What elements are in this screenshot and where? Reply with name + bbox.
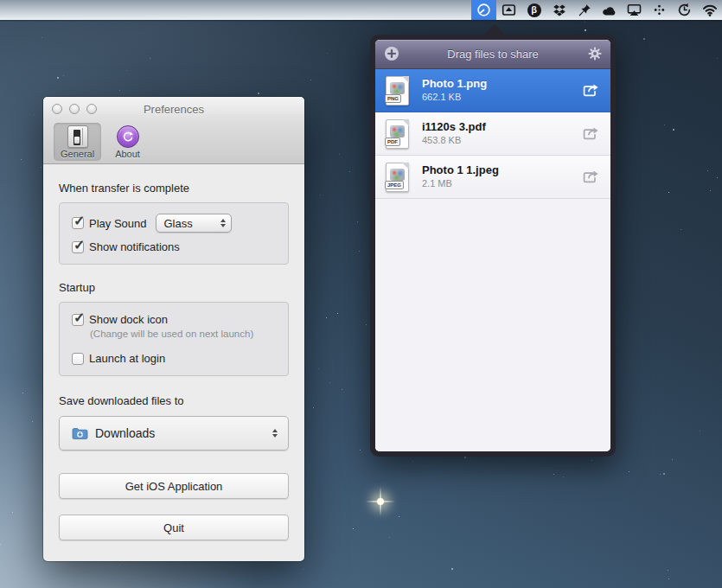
popover-title: Drag files to share bbox=[447, 48, 539, 61]
play-sound-label: Play Sound bbox=[89, 217, 147, 230]
file-list: PNG Photo 1.png 662.1 KB bbox=[375, 69, 610, 451]
status-icon-beta[interactable]: β bbox=[521, 0, 546, 20]
sound-select-value: Glass bbox=[164, 217, 220, 230]
group-startup: Show dock icon (Change will be used on n… bbox=[59, 302, 289, 376]
prefs-content: When transfer is complete Play Sound Gla… bbox=[43, 164, 304, 540]
popover-header: Drag files to share bbox=[375, 40, 610, 69]
dropbox-icon bbox=[553, 3, 566, 17]
about-icon bbox=[117, 125, 139, 148]
minimize-button[interactable] bbox=[69, 104, 80, 114]
status-icon-pushpin[interactable] bbox=[572, 0, 597, 20]
section-heading-transfer: When transfer is complete bbox=[59, 182, 289, 195]
get-ios-button[interactable]: Get iOS Application bbox=[59, 473, 289, 499]
zoom-button[interactable] bbox=[86, 104, 97, 114]
dock-note: (Change will be used on next launch) bbox=[90, 329, 276, 339]
menu-bar: β bbox=[0, 0, 722, 20]
play-sound-checkbox[interactable] bbox=[72, 217, 84, 229]
add-files-button[interactable] bbox=[384, 47, 399, 62]
gear-icon bbox=[588, 47, 602, 63]
pushpin-icon bbox=[578, 3, 591, 17]
stepper-icon bbox=[272, 429, 278, 438]
titlebar[interactable]: Preferences bbox=[43, 97, 304, 121]
file-badge: JPEG bbox=[385, 181, 404, 189]
file-name: i1120s 3.pdf bbox=[422, 120, 581, 134]
file-size: 2.1 MB bbox=[422, 177, 581, 189]
status-icon-dropbox[interactable] bbox=[546, 0, 572, 20]
status-icon-tray: β bbox=[471, 0, 722, 20]
preferences-window: Preferences General About When transfer … bbox=[43, 97, 304, 561]
launch-at-login-checkbox[interactable] bbox=[72, 353, 84, 365]
status-icon-cloud[interactable] bbox=[597, 0, 622, 20]
file-badge: PDF bbox=[385, 137, 400, 146]
status-icon-app-clock[interactable] bbox=[471, 0, 496, 20]
settings-gear-button[interactable] bbox=[587, 47, 603, 62]
wifi-icon bbox=[702, 3, 718, 17]
share-button[interactable] bbox=[581, 82, 600, 99]
file-name: Photo 1.png bbox=[422, 77, 581, 91]
airplay-icon bbox=[627, 3, 642, 17]
desktop: β bbox=[0, 0, 722, 588]
file-row[interactable]: PDF i1120s 3.pdf 453.8 KB bbox=[375, 112, 610, 156]
window-title: Preferences bbox=[144, 103, 204, 116]
downloads-label: Downloads bbox=[95, 426, 272, 440]
status-icon-wifi[interactable] bbox=[697, 0, 722, 20]
cloud-icon bbox=[602, 3, 617, 17]
status-icon-airplay[interactable] bbox=[622, 0, 647, 20]
bright-star bbox=[377, 498, 384, 505]
stepper-icon bbox=[220, 219, 226, 227]
share-icon bbox=[582, 87, 600, 100]
group-transfer: Play Sound Glass Show notifications bbox=[59, 202, 289, 265]
time-machine-icon bbox=[677, 3, 692, 17]
share-icon bbox=[582, 174, 600, 187]
file-row[interactable]: JPEG Photo 1 1.jpeg 2.1 MB bbox=[375, 156, 610, 199]
plus-icon bbox=[384, 46, 399, 64]
file-row[interactable]: PNG Photo 1.png 662.1 KB bbox=[375, 69, 610, 112]
file-type-icon: PNG bbox=[384, 74, 412, 107]
share-button[interactable] bbox=[581, 125, 600, 143]
share-button[interactable] bbox=[581, 169, 600, 186]
popover-arrow bbox=[483, 24, 506, 35]
status-icon-dots[interactable] bbox=[647, 0, 672, 20]
file-size: 453.8 KB bbox=[422, 134, 581, 146]
file-type-icon: JPEG bbox=[384, 161, 412, 194]
section-heading-save: Save downloaded files to bbox=[59, 394, 289, 407]
file-list-empty-area bbox=[375, 199, 610, 451]
file-type-icon: PDF bbox=[384, 118, 412, 150]
dots-icon bbox=[653, 3, 666, 16]
toolbar: General About bbox=[43, 121, 304, 164]
beta-icon: β bbox=[527, 3, 541, 17]
tab-general[interactable]: General bbox=[54, 123, 101, 161]
show-notifications-checkbox[interactable] bbox=[72, 241, 84, 253]
status-icon-time-machine[interactable] bbox=[672, 0, 697, 20]
file-badge: PNG bbox=[385, 94, 401, 103]
show-dock-icon-label: Show dock icon bbox=[89, 313, 168, 326]
downloads-select[interactable]: Downloads bbox=[59, 416, 289, 451]
share-icon bbox=[582, 131, 600, 144]
sound-select[interactable]: Glass bbox=[156, 214, 232, 233]
show-notifications-label: Show notifications bbox=[89, 240, 180, 253]
close-button[interactable] bbox=[52, 104, 62, 114]
tab-about[interactable]: About bbox=[108, 123, 147, 161]
status-icon-eject-box[interactable] bbox=[496, 0, 521, 20]
app-clock-icon bbox=[476, 3, 491, 17]
file-size: 662.1 KB bbox=[422, 91, 581, 103]
general-icon bbox=[67, 125, 88, 148]
share-popover: Drag files to share PNG bbox=[370, 35, 616, 457]
eject-box-icon bbox=[502, 3, 516, 17]
show-dock-icon-checkbox[interactable] bbox=[72, 314, 84, 326]
file-name: Photo 1 1.jpeg bbox=[422, 163, 581, 177]
launch-at-login-label: Launch at login bbox=[89, 352, 165, 365]
quit-button[interactable]: Quit bbox=[59, 514, 289, 540]
section-heading-startup: Startup bbox=[59, 281, 289, 294]
folder-icon bbox=[72, 427, 88, 440]
